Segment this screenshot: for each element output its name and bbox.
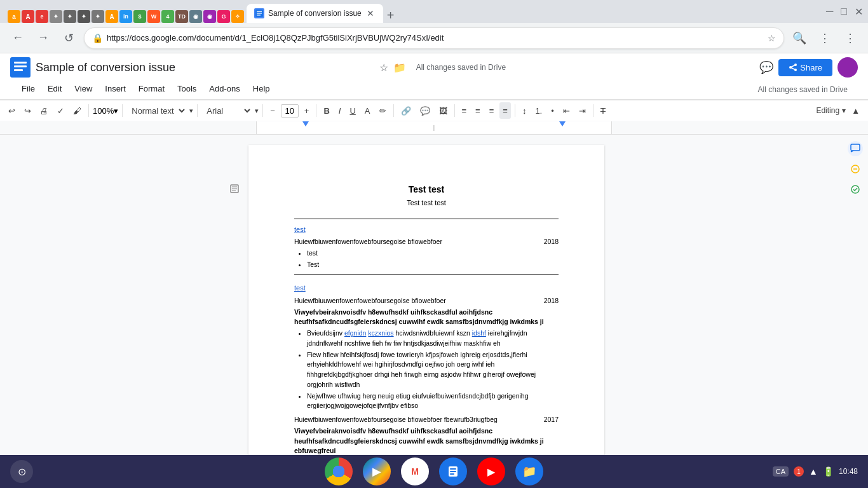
menu-addons[interactable]: Add-ons	[203, 81, 246, 98]
folder-button[interactable]: 📁	[393, 62, 406, 74]
taskbar-gmail[interactable]: M	[401, 458, 429, 485]
print-button[interactable]: 🖨	[37, 102, 51, 119]
ext-icon-4[interactable]: 4	[161, 10, 174, 23]
section-2-title[interactable]: test	[294, 283, 559, 294]
active-tab[interactable]: Sample of conversion issue ✕	[247, 4, 383, 23]
redo-button[interactable]: ↪	[21, 102, 34, 119]
doc-outline-icon[interactable]	[229, 183, 240, 198]
reload-button[interactable]: ↺	[58, 28, 79, 48]
star-button[interactable]: ☆	[379, 62, 388, 74]
bold-button[interactable]: B	[320, 102, 332, 119]
menu-insert[interactable]: Insert	[98, 81, 132, 98]
increase-indent-button[interactable]: ⇥	[576, 102, 589, 119]
document-title[interactable]: Sample of conversion issue	[36, 61, 374, 74]
italic-button[interactable]: I	[336, 102, 344, 119]
menu-view[interactable]: View	[68, 81, 98, 98]
user-avatar[interactable]	[837, 57, 858, 78]
ext-icon-amz[interactable]: A	[22, 10, 34, 23]
underline-button[interactable]: U	[346, 102, 358, 119]
menu-help[interactable]: Help	[247, 81, 276, 98]
bookmark-button[interactable]: ☆	[768, 33, 776, 43]
search-button[interactable]: 🔍	[789, 28, 810, 48]
ext-icon-g1[interactable]: $	[133, 10, 146, 23]
ext-icon-misc6[interactable]: ◉	[203, 10, 216, 23]
menu-format[interactable]: Format	[132, 81, 171, 98]
bullet-list-button[interactable]: •	[548, 102, 557, 119]
align-left-button[interactable]: ≡	[459, 102, 470, 119]
ext-icon-misc5[interactable]: ◉	[189, 10, 202, 23]
align-center-button[interactable]: ≡	[472, 102, 484, 119]
new-tab-button[interactable]: +	[383, 8, 398, 23]
ext-icon-li[interactable]: in	[119, 10, 132, 23]
ext-icon-amz2[interactable]: A	[105, 10, 118, 23]
numbered-list-button[interactable]: 1.	[532, 102, 545, 119]
zoom-dropdown-icon: ▾	[114, 106, 118, 116]
forward-button[interactable]: →	[33, 28, 53, 48]
ext-icon-a[interactable]: a	[8, 10, 20, 23]
ext-icon-misc3[interactable]: ✦	[78, 10, 90, 23]
address-bar-actions: ☆	[768, 33, 776, 43]
sidebar-chat-icon[interactable]	[848, 161, 863, 177]
ext-icon-td[interactable]: TD	[175, 10, 188, 23]
close-button[interactable]: ✕	[855, 6, 863, 18]
image-button[interactable]: 🖼	[436, 102, 451, 119]
svg-line-12	[790, 67, 796, 70]
ext-icon-e[interactable]: e	[36, 10, 48, 23]
zoom-control[interactable]: 100% ▾	[93, 106, 118, 116]
decrease-indent-button[interactable]: ⇤	[560, 102, 573, 119]
toolbar-separator-1	[88, 104, 89, 117]
undo-button[interactable]: ↩	[5, 102, 18, 119]
font-select[interactable]: Arial Times New Roman	[201, 102, 252, 119]
text-color-button[interactable]: A	[362, 102, 374, 119]
taskbar-playstore[interactable]: ▶	[363, 458, 391, 485]
align-right-button[interactable]: ≡	[486, 102, 498, 119]
taskbar-youtube[interactable]: ▶	[477, 458, 505, 485]
taskbar: ⊙ ▶ M ▶ 📁 CA 1 ▲ 🔋 10:48	[0, 455, 868, 488]
browser-menu-button[interactable]: ⋮	[840, 28, 860, 48]
back-button[interactable]: ←	[8, 28, 28, 48]
ext-icon-misc1[interactable]: ✦	[50, 10, 62, 23]
editing-mode[interactable]: Editing ▾ ▲	[816, 102, 863, 119]
menu-edit[interactable]: Edit	[41, 81, 68, 98]
ext-icon-w[interactable]: W	[147, 10, 160, 23]
ext-icon-misc7[interactable]: ✧	[231, 10, 244, 23]
comment-inline-button[interactable]: 💬	[417, 102, 433, 119]
link-kczxnios[interactable]: kczxnios	[368, 329, 393, 337]
comment-button[interactable]: 💬	[759, 60, 773, 74]
menu-tools[interactable]: Tools	[171, 81, 203, 98]
ruler-right-indent[interactable]	[559, 121, 566, 126]
extensions-button[interactable]: ⋮	[815, 28, 835, 48]
address-bar[interactable]: 🔒 https://docs.google.com/document/d/1_E…	[84, 27, 784, 49]
ext-icon-misc2[interactable]: ✦	[64, 10, 76, 23]
clear-format-button[interactable]: T̶	[597, 102, 609, 119]
section-1-title[interactable]: test	[294, 224, 559, 235]
ext-icon-g2[interactable]: G	[217, 10, 230, 23]
font-size-decrease-button[interactable]: −	[267, 102, 278, 119]
link-idshf[interactable]: idshf	[472, 329, 486, 337]
spell-check-button[interactable]: ✓	[54, 102, 67, 119]
font-size-value[interactable]: 10	[281, 104, 299, 118]
link-button[interactable]: 🔗	[398, 102, 414, 119]
link-efgnidn[interactable]: efgnidn	[344, 329, 366, 337]
taskbar-docs[interactable]	[439, 458, 467, 485]
ext-icon-misc4[interactable]: ✦	[92, 10, 104, 23]
maximize-button[interactable]: □	[841, 6, 847, 17]
paint-format-button[interactable]: 🖌	[70, 102, 85, 119]
ruler-left-indent[interactable]	[302, 121, 309, 126]
minimize-button[interactable]: ─	[826, 6, 833, 17]
menu-file[interactable]: File	[15, 81, 41, 98]
line-spacing-button[interactable]: ↕	[519, 102, 530, 119]
taskbar-chrome[interactable]	[325, 458, 353, 485]
collapse-toolbar-button[interactable]: ▲	[848, 102, 863, 119]
sidebar-check-icon[interactable]	[848, 182, 863, 197]
highlight-button[interactable]: ✏	[376, 102, 390, 119]
share-button[interactable]: Share	[778, 59, 832, 76]
taskbar-files[interactable]: 📁	[515, 458, 543, 485]
doc-pages[interactable]: Test test Test test test test Huiewfbiuw…	[10, 135, 843, 455]
font-size-increase-button[interactable]: +	[301, 102, 313, 119]
align-justify-button[interactable]: ≡	[499, 102, 511, 119]
paragraph-style-select[interactable]: Normal text Heading 1 Heading 2	[126, 102, 187, 119]
sidebar-comments-icon[interactable]	[848, 141, 863, 156]
tab-close-button[interactable]: ✕	[365, 8, 376, 18]
os-launcher-button[interactable]: ⊙	[10, 460, 33, 483]
